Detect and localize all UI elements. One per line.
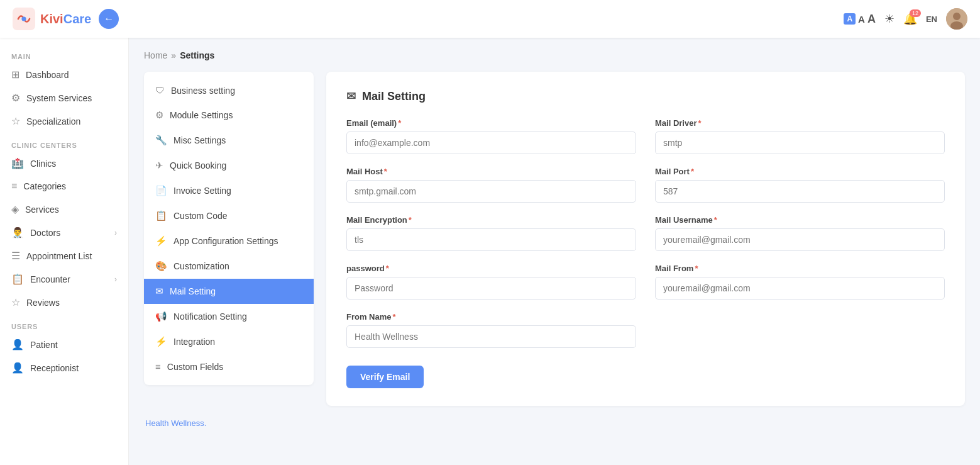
mail-username-label: Mail Username*	[655, 215, 945, 225]
categories-icon: ≡	[11, 181, 17, 192]
specialization-icon: ☆	[11, 115, 20, 127]
sidebar-item-receptionist[interactable]: 👤 Receptionist	[0, 356, 128, 379]
sidebar-item-dashboard[interactable]: ⊞ Dashboard	[0, 63, 128, 86]
sidebar: MAIN ⊞ Dashboard ⚙ System Services ☆ Spe…	[0, 38, 129, 465]
sidebar-item-patient[interactable]: 👤 Patient	[0, 333, 128, 356]
sidebar-item-system-services[interactable]: ⚙ System Services	[0, 86, 128, 109]
sidebar-item-categories[interactable]: ≡ Categories	[0, 175, 128, 198]
breadcrumb-home[interactable]: Home	[144, 50, 167, 60]
sidebar-item-services[interactable]: ◈ Services	[0, 198, 128, 221]
email-input[interactable]	[346, 132, 636, 154]
services-icon: ◈	[11, 203, 19, 215]
font-large-button[interactable]: A	[867, 13, 876, 26]
from-name-group: From Name*	[346, 312, 636, 348]
appointment-list-icon: ☰	[11, 250, 20, 262]
settings-nav-quick-booking[interactable]: ✈ Quick Booking	[144, 153, 314, 178]
settings-nav-custom-code[interactable]: 📋 Custom Code	[144, 203, 314, 228]
settings-nav-business[interactable]: 🛡 Business setting	[144, 78, 314, 103]
verify-email-button[interactable]: Verify Email	[346, 366, 424, 388]
font-medium-button[interactable]: A	[858, 14, 865, 25]
font-small-button[interactable]: A	[844, 13, 856, 25]
sidebar-item-appointment-list[interactable]: ☰ Appointment List	[0, 244, 128, 267]
misc-settings-icon: 🔧	[155, 135, 167, 146]
password-label: password*	[346, 264, 636, 273]
sidebar-item-reviews[interactable]: ☆ Reviews	[0, 291, 128, 314]
theme-toggle-button[interactable]: ☀	[884, 12, 895, 26]
settings-nav-mail[interactable]: ✉ Mail Setting	[144, 279, 314, 304]
patient-icon: 👤	[11, 339, 24, 350]
system-services-icon: ⚙	[11, 92, 20, 104]
footer-area: Health Wellness.	[145, 412, 965, 428]
business-setting-icon: 🛡	[155, 85, 165, 96]
from-name-input[interactable]	[346, 325, 636, 348]
settings-nav-invoice[interactable]: 📄 Invoice Setting	[144, 178, 314, 203]
mail-driver-input[interactable]	[655, 132, 945, 154]
svg-point-3	[953, 13, 961, 20]
sidebar-item-label: Dashboard	[26, 70, 69, 80]
invoice-setting-icon: 📄	[155, 185, 167, 196]
sidebar-item-clinics[interactable]: 🏥 Clinics	[0, 152, 128, 175]
mail-username-input[interactable]	[655, 228, 945, 251]
sidebar-item-label: Encounter	[30, 274, 70, 284]
mail-setting-panel: ✉ Mail Setting Email (email)* Mail Drive…	[326, 72, 965, 406]
mail-encryption-label: Mail Encryption*	[346, 215, 636, 225]
navbar: KiviCare ← A A A ☀ 🔔 12 EN	[0, 0, 980, 38]
footer-link[interactable]: Health Wellness.	[145, 418, 206, 428]
form-row-2: Mail Host* Mail Port*	[346, 167, 945, 203]
mail-host-label: Mail Host*	[346, 167, 636, 176]
settings-nav-label: Custom Fields	[167, 362, 223, 372]
sidebar-item-label: Specialization	[26, 116, 80, 126]
mail-encryption-input[interactable]	[346, 228, 636, 251]
logo: KiviCare	[13, 8, 91, 30]
sidebar-item-label: Reviews	[26, 298, 60, 308]
navbar-left: KiviCare ←	[13, 8, 119, 30]
settings-nav-notification[interactable]: 📢 Notification Setting	[144, 304, 314, 329]
sidebar-item-label: Patient	[30, 340, 58, 350]
mail-driver-label: Mail Driver*	[655, 118, 945, 128]
notification-badge: 12	[910, 9, 921, 17]
sidebar-item-specialization[interactable]: ☆ Specialization	[0, 109, 128, 133]
module-settings-icon: ⚙	[155, 109, 163, 121]
sidebar-item-encounter[interactable]: 📋 Encounter ›	[0, 267, 128, 291]
mail-driver-group: Mail Driver*	[655, 118, 945, 154]
settings-nav-integration[interactable]: ⚡ Integration	[144, 329, 314, 354]
encounter-chevron-icon: ›	[114, 275, 117, 284]
language-selector[interactable]: EN	[926, 14, 937, 24]
encounter-icon: 📋	[11, 273, 24, 285]
mail-port-group: Mail Port*	[655, 167, 945, 203]
settings-nav-label: Misc Settings	[173, 135, 226, 145]
back-button[interactable]: ←	[99, 9, 119, 29]
settings-nav-module[interactable]: ⚙ Module Settings	[144, 103, 314, 128]
settings-nav-label: Notification Setting	[173, 311, 247, 322]
sidebar-section-users: USERS	[0, 314, 128, 333]
password-group: password*	[346, 264, 636, 300]
integration-icon: ⚡	[155, 336, 167, 347]
notifications-button[interactable]: 🔔 12	[903, 12, 917, 26]
settings-nav: 🛡 Business setting ⚙ Module Settings 🔧 M…	[144, 72, 314, 385]
quick-booking-icon: ✈	[155, 160, 163, 171]
content-row: 🛡 Business setting ⚙ Module Settings 🔧 M…	[144, 72, 965, 406]
sidebar-item-doctors[interactable]: 👨‍⚕️ Doctors ›	[0, 221, 128, 244]
mail-title-icon: ✉	[346, 89, 356, 103]
form-row-5: From Name*	[346, 312, 945, 348]
receptionist-icon: 👤	[11, 362, 24, 374]
app-config-icon: ⚡	[155, 235, 167, 247]
settings-nav-customization[interactable]: 🎨 Customization	[144, 254, 314, 279]
doctors-icon: 👨‍⚕️	[11, 227, 24, 238]
customization-icon: 🎨	[155, 261, 167, 272]
settings-nav-app-config[interactable]: ⚡ App Configuration Settings	[144, 228, 314, 254]
mail-port-input[interactable]	[655, 180, 945, 203]
from-name-label: From Name*	[346, 312, 636, 322]
settings-nav-label: Custom Code	[173, 211, 228, 221]
user-avatar[interactable]	[946, 8, 967, 30]
mail-from-input[interactable]	[655, 277, 945, 300]
mail-encryption-group: Mail Encryption*	[346, 215, 636, 251]
password-input[interactable]	[346, 277, 636, 300]
mail-host-input[interactable]	[346, 180, 636, 203]
mail-setting-icon: ✉	[155, 286, 163, 297]
doctors-chevron-icon: ›	[114, 228, 117, 237]
settings-nav-misc[interactable]: 🔧 Misc Settings	[144, 128, 314, 153]
mail-setting-title: ✉ Mail Setting	[346, 89, 945, 103]
settings-nav-custom-fields[interactable]: ≡ Custom Fields	[144, 354, 314, 379]
settings-nav-label: Quick Booking	[170, 160, 226, 171]
